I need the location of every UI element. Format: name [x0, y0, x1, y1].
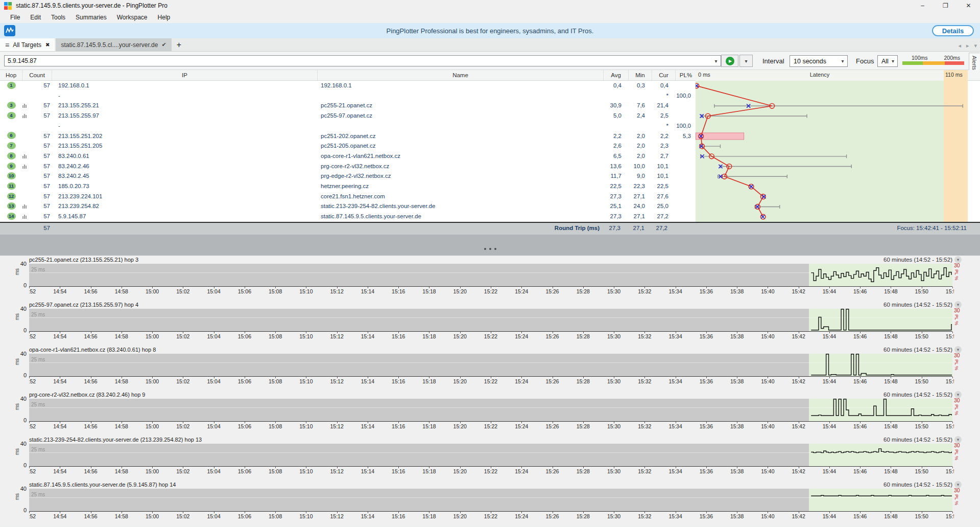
- timeline-plot[interactable]: 25 ms: [29, 309, 952, 332]
- cell-ip: 213.239.254.82: [52, 201, 318, 212]
- latency-graph-header: 0 ms Latency 110 ms: [696, 70, 968, 81]
- pl-axis-max-label: 30: [954, 487, 960, 493]
- timeline-graph: opa-core-r1-vlan621.netbox.cz (83.240.0.…: [0, 346, 980, 391]
- menu-item-file[interactable]: File: [5, 12, 25, 22]
- timeline-range-selector[interactable]: 60 minutes (14:52 - 15:52)▼: [883, 346, 962, 353]
- cell-avg: [604, 91, 629, 101]
- col-header-count[interactable]: Count: [22, 70, 52, 80]
- timeline-range-selector[interactable]: 60 minutes (14:52 - 15:52)▼: [883, 256, 962, 263]
- time-tick-label: 15:08: [269, 288, 282, 294]
- start-trace-button[interactable]: ▶: [721, 55, 738, 67]
- time-tick-label: 15:22: [484, 288, 497, 294]
- col-header-pl[interactable]: PL%: [676, 70, 696, 80]
- cell-pl: 5,3: [676, 131, 696, 142]
- splitter-grip-icon[interactable]: [484, 248, 496, 250]
- col-header-hop[interactable]: Hop: [0, 70, 22, 80]
- cell-count: [33, 91, 52, 101]
- start-options-dropdown[interactable]: ▾: [739, 55, 753, 67]
- time-tick-label: 15:48: [884, 513, 897, 519]
- y-axis-min-label: 0: [10, 462, 27, 468]
- col-header-min[interactable]: Min: [629, 70, 652, 80]
- timeline-plot[interactable]: 25 ms: [29, 354, 952, 377]
- details-button[interactable]: Details: [932, 25, 974, 36]
- new-tab-button[interactable]: +: [172, 40, 186, 51]
- y-axis-max-label: 40: [10, 261, 27, 267]
- time-tick-label: 15:42: [792, 288, 805, 294]
- time-tick-label: 15:42: [792, 468, 805, 474]
- cell-cur: 27,2: [652, 212, 676, 222]
- col-header-avg[interactable]: Avg: [604, 70, 629, 80]
- time-tick-label: 15:48: [884, 378, 897, 384]
- time-tick-label: 15:46: [853, 513, 867, 519]
- tab-all-targets[interactable]: ≡ All Targets ✖: [0, 38, 55, 51]
- col-header-cur[interactable]: Cur: [652, 70, 676, 80]
- pl-axis-label: PL %: [954, 449, 959, 460]
- cell-name: prg-edge-r2-vl32.netbox.cz: [318, 171, 604, 181]
- time-tick-label: 15:48: [884, 468, 897, 474]
- menu-item-tools[interactable]: Tools: [46, 12, 70, 22]
- timeline-range-selector[interactable]: 60 minutes (14:52 - 15:52)▼: [883, 391, 962, 398]
- timeline-plot[interactable]: 25 ms: [29, 399, 952, 422]
- timeline-range-selector[interactable]: 60 minutes (14:52 - 15:52)▼: [883, 301, 962, 308]
- interval-label: Interval: [762, 57, 784, 65]
- cell-min: 24,0: [629, 201, 652, 212]
- hop-timeline-graph-icon[interactable]: [22, 164, 27, 169]
- cell-pl: [676, 141, 696, 151]
- interval-select[interactable]: 10 seconds ▾: [790, 55, 848, 67]
- cell-pl: [676, 162, 696, 172]
- latency-graph[interactable]: [696, 81, 968, 222]
- time-tick-label: 15:50: [915, 468, 928, 474]
- menu-item-workspace[interactable]: Workspace: [112, 12, 153, 22]
- time-tick-label: 15:18: [422, 513, 436, 519]
- time-tick-label: 15:10: [299, 513, 313, 519]
- timeline-plot[interactable]: 25 ms: [29, 444, 952, 467]
- maximize-button[interactable]: ❐: [934, 0, 957, 11]
- cell-min: 27,1: [629, 212, 652, 222]
- hop-timeline-graph-icon[interactable]: [22, 214, 27, 219]
- tab-target[interactable]: static.87.145.9.5.cl....your-server.de ✔: [56, 38, 171, 51]
- time-tick-label: 14:56: [84, 288, 97, 294]
- tab-scroll-right-icon[interactable]: ▸: [966, 42, 969, 49]
- close-button[interactable]: ✕: [957, 0, 980, 11]
- time-tick-label: 15:06: [238, 288, 251, 294]
- cell-pl: [676, 111, 696, 122]
- hop-timeline-graph-icon[interactable]: [22, 204, 27, 209]
- cell-count: [33, 121, 52, 131]
- check-icon: ✔: [161, 41, 166, 48]
- col-header-ip[interactable]: IP: [52, 70, 318, 80]
- cell-count: 57: [33, 171, 52, 181]
- timeline-range-selector[interactable]: 60 minutes (14:52 - 15:52)▼: [883, 481, 962, 488]
- time-tick-label: 14:52: [29, 288, 36, 294]
- time-tick-label: 15:36: [700, 378, 713, 384]
- tab-list-dropdown-icon[interactable]: ▾: [974, 42, 977, 49]
- cell-count: 57: [33, 192, 52, 202]
- time-tick-label: 15:44: [823, 423, 836, 429]
- col-header-name[interactable]: Name: [318, 70, 604, 80]
- time-tick-label: 15:50: [915, 378, 928, 384]
- close-tab-icon[interactable]: ✖: [45, 42, 50, 48]
- menu-item-help[interactable]: Help: [153, 12, 176, 22]
- time-tick-label: 15:20: [453, 423, 467, 429]
- timeline-plot[interactable]: 25 ms: [29, 264, 952, 287]
- timeline-range-selector[interactable]: 60 minutes (14:52 - 15:52)▼: [883, 436, 962, 443]
- minimize-button[interactable]: –: [911, 0, 934, 11]
- hop-timeline-graph-icon[interactable]: [22, 113, 27, 118]
- hamburger-icon[interactable]: ≡: [5, 41, 9, 49]
- cell-pl: [676, 81, 696, 91]
- hop-timeline-graph-icon[interactable]: [22, 154, 27, 158]
- menu-item-edit[interactable]: Edit: [25, 12, 46, 22]
- cell-min: 9,0: [629, 171, 652, 181]
- target-input[interactable]: [5, 57, 711, 64]
- focus-select[interactable]: All ▾: [877, 55, 898, 67]
- menu-item-summaries[interactable]: Summaries: [70, 12, 112, 22]
- chevron-down-icon[interactable]: ▾: [711, 58, 721, 64]
- tab-scroll-left-icon[interactable]: ◂: [958, 42, 961, 49]
- splitter-handle[interactable]: [0, 235, 980, 256]
- time-tick-label: 15:10: [299, 288, 313, 294]
- time-tick-label: 15:00: [146, 468, 159, 474]
- cell-avg: 2,2: [604, 131, 629, 142]
- pl-axis-max-label: 30: [954, 442, 960, 448]
- timeline-plot[interactable]: 25 ms: [29, 489, 952, 512]
- hop-timeline-graph-icon[interactable]: [22, 103, 27, 108]
- cell-name: [318, 121, 604, 131]
